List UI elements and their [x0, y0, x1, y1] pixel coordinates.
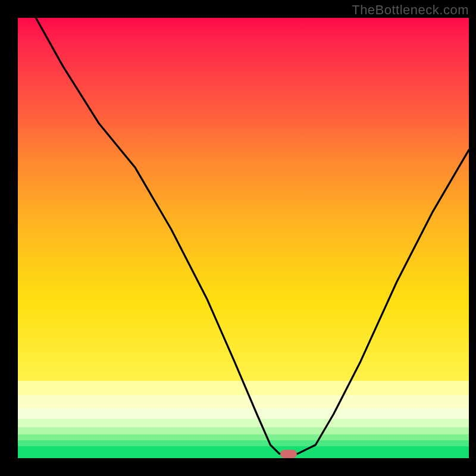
plot-area — [18, 18, 469, 458]
optimal-marker — [280, 450, 297, 458]
bottleneck-curve — [18, 18, 469, 458]
watermark-text: TheBottleneck.com — [352, 2, 469, 18]
chart-frame: TheBottleneck.com — [0, 0, 476, 476]
